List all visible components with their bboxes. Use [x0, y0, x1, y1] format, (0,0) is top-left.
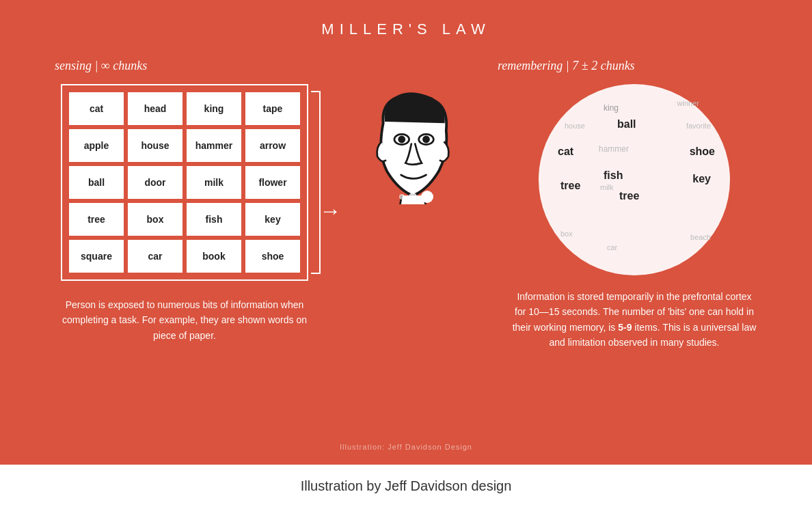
grid-bracket: [311, 91, 321, 274]
infographic-panel: MILLER'S LAW sensing | ∞ chunks cat head…: [0, 0, 812, 465]
circle-word-box: box: [560, 230, 573, 238]
word-milk: milk: [187, 166, 241, 199]
word-shoe: shoe: [245, 240, 300, 273]
circle-word-winner: winner: [677, 99, 699, 107]
circle-word-favorite: favorite: [686, 122, 711, 130]
word-head: head: [128, 92, 182, 125]
word-car: car: [128, 240, 182, 273]
word-hammer: hammer: [187, 129, 241, 162]
dot-3: [421, 191, 433, 203]
footer-bar: Illustration by Jeff Davidson design: [0, 465, 812, 507]
circle-word-king: king: [604, 103, 619, 113]
circle-word-tree-left: tree: [560, 180, 580, 192]
middle-section: [331, 59, 495, 203]
word-tape: tape: [245, 92, 300, 125]
circle-word-cat: cat: [558, 146, 573, 158]
word-house: house: [128, 129, 182, 162]
word-book: book: [187, 240, 241, 273]
word-king: king: [187, 92, 241, 125]
circle-word-ball: ball: [617, 118, 636, 131]
svg-point-1: [398, 136, 405, 143]
circle-word-hammer: hammer: [599, 144, 629, 154]
word-box: box: [128, 203, 182, 236]
credit-text: Illustration: Jeff Davidson Design: [340, 443, 472, 451]
dot-2: [409, 193, 417, 201]
word-cat: cat: [69, 92, 124, 125]
word-key: key: [245, 203, 300, 236]
sensing-label: sensing | ∞ chunks: [55, 59, 147, 73]
word-flower: flower: [245, 166, 300, 199]
circle-word-fish: fish: [604, 169, 623, 182]
circle-word-beach: beach: [690, 233, 711, 241]
svg-point-3: [422, 136, 430, 143]
circle-word-key: key: [692, 173, 711, 185]
word-apple: apple: [69, 129, 124, 162]
word-tree: tree: [69, 203, 124, 236]
word-square: square: [69, 240, 124, 273]
right-section: remembering | 7 ± 2 chunks king winner h…: [498, 59, 771, 351]
right-description: Information is stored temporarily in the…: [511, 289, 757, 351]
left-section: sensing | ∞ chunks cat head king tape ap…: [41, 59, 328, 343]
circle-word-house: house: [565, 122, 585, 130]
circle-word-shoe: shoe: [690, 146, 715, 158]
circle-word-car: car: [607, 243, 617, 251]
footer-text: Illustration by Jeff Davidson design: [301, 478, 512, 494]
circle-word-tree-right: tree: [619, 190, 639, 202]
memory-circle: king winner house ball favorite cat hamm…: [539, 84, 730, 275]
circle-word-milk: milk: [600, 183, 614, 191]
word-arrow: arrow: [245, 129, 300, 162]
right-desc-bold: 5-9: [618, 322, 632, 333]
memory-dots: [399, 191, 433, 203]
remembering-label: remembering | 7 ± 2 chunks: [498, 59, 635, 73]
dot-1: [399, 194, 405, 200]
left-description: Person is exposed to numerous bits of in…: [62, 297, 308, 343]
word-ball: ball: [69, 166, 124, 199]
right-arrow-icon: →: [319, 198, 341, 223]
word-door: door: [128, 166, 182, 199]
word-fish: fish: [187, 203, 241, 236]
word-grid: cat head king tape apple house hammer ar…: [61, 84, 308, 281]
face-illustration: [368, 86, 457, 204]
content-row: sensing | ∞ chunks cat head king tape ap…: [41, 59, 771, 451]
page-title: MILLER'S LAW: [321, 20, 490, 38]
